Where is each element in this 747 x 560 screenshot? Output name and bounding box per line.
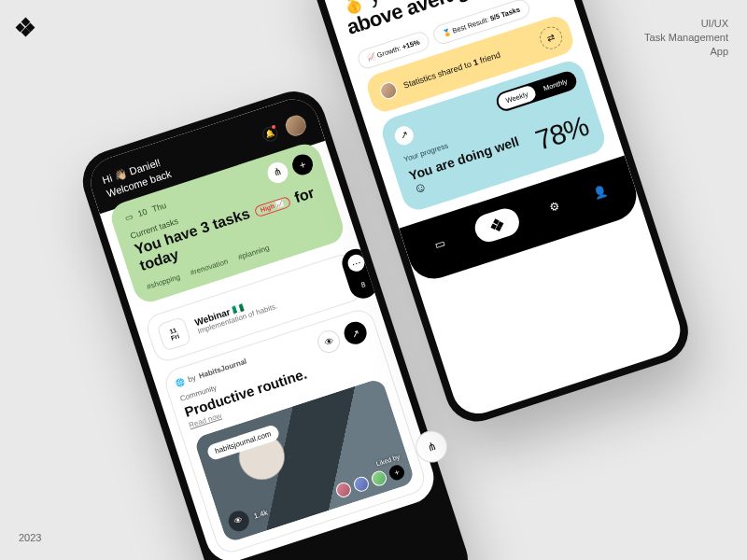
- share-icon: ⋔: [425, 439, 438, 454]
- date-chip: 11 Fri: [157, 316, 192, 352]
- friend-avatar-icon: [378, 79, 400, 101]
- tab-profile[interactable]: 👤: [587, 178, 613, 204]
- avatar-icon: [352, 475, 371, 494]
- arrow-ne-icon: ↗: [350, 328, 360, 340]
- liked-by-avatars[interactable]: +: [334, 464, 406, 500]
- notifications-button[interactable]: 🔔: [261, 124, 279, 143]
- eye-icon: 👁: [323, 336, 335, 349]
- avatar-button[interactable]: [283, 113, 309, 139]
- bars-icon: ▭: [433, 235, 447, 251]
- calendar-icon: ▭: [123, 211, 134, 222]
- tag[interactable]: #renovation: [190, 258, 230, 277]
- more-button[interactable]: ⋯: [345, 253, 367, 274]
- share-icon: ⋔: [272, 165, 284, 179]
- globe-icon: 🌐: [175, 378, 186, 389]
- tab-home[interactable]: [472, 204, 523, 245]
- source-url-chip[interactable]: habitsjournal.com: [205, 424, 280, 461]
- tab-analytics[interactable]: ▭: [427, 231, 453, 257]
- views-count: 1.4k: [253, 508, 269, 520]
- swap-icon: ⇄: [545, 32, 556, 44]
- shared-stats-text: Statistics shared to 1 friend: [402, 49, 501, 90]
- chart-up-icon: 📈: [366, 51, 376, 62]
- more-likes-button[interactable]: +: [388, 464, 406, 483]
- views-icon: 👁: [226, 509, 252, 535]
- tab-settings[interactable]: ⚙: [542, 193, 568, 219]
- gear-icon: ⚙: [547, 198, 561, 214]
- plus-icon: +: [298, 158, 307, 170]
- avatar-icon: [334, 481, 353, 499]
- user-icon: 👤: [591, 183, 609, 200]
- avatar-icon: [370, 469, 388, 488]
- swap-button[interactable]: ⇄: [537, 23, 565, 51]
- tag[interactable]: #shopping: [146, 273, 181, 292]
- brand-logo-icon: [490, 217, 505, 232]
- arrow-ne-icon: ↗: [399, 129, 409, 141]
- bell-icon: 🔔: [264, 129, 275, 140]
- medal-icon: 🏅: [442, 27, 452, 37]
- tag[interactable]: #planning: [237, 245, 271, 262]
- count-badge: 8: [353, 274, 374, 296]
- caption-year: 2023: [19, 532, 41, 543]
- brand-logo-icon: [17, 19, 34, 35]
